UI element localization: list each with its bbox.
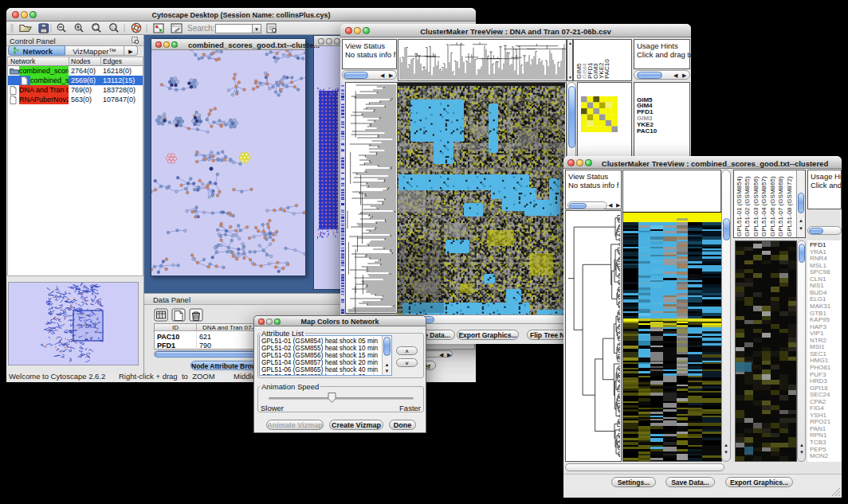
svg-text:1:1: 1:1 xyxy=(111,25,116,29)
svg-text:Search:: Search: xyxy=(187,24,214,33)
